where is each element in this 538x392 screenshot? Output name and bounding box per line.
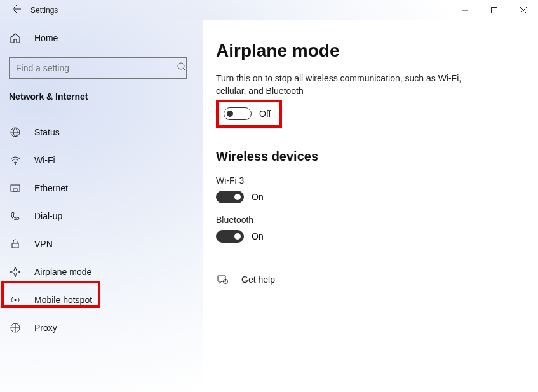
close-button[interactable] bbox=[509, 0, 538, 20]
wifi-toggle-label: On bbox=[252, 192, 264, 202]
sidebar-item-dialup[interactable]: Dial-up bbox=[0, 202, 203, 230]
sidebar-item-label: Status bbox=[34, 127, 60, 137]
titlebar: Settings bbox=[0, 0, 538, 20]
maximize-button[interactable] bbox=[480, 0, 509, 20]
wifi-device-label: Wi-Fi 3 bbox=[216, 175, 519, 186]
window-title: Settings bbox=[30, 6, 58, 15]
sidebar-item-mobile-hotspot[interactable]: Mobile hotspot bbox=[0, 286, 203, 314]
page-title: Airplane mode bbox=[216, 41, 519, 61]
sidebar-item-proxy[interactable]: Proxy bbox=[0, 314, 203, 342]
vpn-icon bbox=[9, 238, 22, 250]
wifi-icon bbox=[9, 154, 22, 166]
content-area: Airplane mode Turn this on to stop all w… bbox=[203, 20, 538, 392]
svg-line-5 bbox=[184, 69, 186, 71]
sidebar-item-label: Dial-up bbox=[34, 211, 62, 221]
back-icon[interactable] bbox=[11, 4, 22, 17]
sidebar-item-ethernet[interactable]: Ethernet bbox=[0, 174, 203, 202]
airplane-mode-toggle-label: Off bbox=[259, 109, 271, 119]
svg-rect-8 bbox=[11, 185, 20, 191]
wireless-devices-heading: Wireless devices bbox=[216, 149, 519, 164]
svg-point-7 bbox=[15, 163, 16, 165]
bluetooth-toggle-label: On bbox=[252, 231, 264, 241]
svg-point-4 bbox=[178, 63, 184, 69]
sidebar-item-label: Wi-Fi bbox=[34, 155, 55, 165]
airplane-mode-toggle[interactable] bbox=[224, 107, 252, 120]
globe-icon bbox=[9, 126, 22, 139]
search-icon bbox=[177, 62, 187, 74]
help-icon: ? bbox=[216, 273, 229, 286]
sidebar-item-label: Airplane mode bbox=[34, 267, 91, 277]
search-input[interactable] bbox=[9, 57, 187, 79]
sidebar-item-vpn[interactable]: VPN bbox=[0, 230, 203, 258]
sidebar: Home Network & Internet Status Wi-Fi bbox=[0, 20, 203, 392]
svg-text:?: ? bbox=[225, 280, 227, 283]
minimize-button[interactable] bbox=[450, 0, 480, 20]
bluetooth-device-label: Bluetooth bbox=[216, 215, 519, 225]
home-icon bbox=[9, 32, 22, 44]
dialup-icon bbox=[9, 210, 22, 222]
bluetooth-toggle[interactable] bbox=[216, 230, 244, 243]
wifi-toggle[interactable] bbox=[216, 191, 244, 203]
svg-rect-1 bbox=[492, 8, 497, 13]
svg-rect-10 bbox=[12, 243, 18, 248]
svg-rect-9 bbox=[13, 189, 17, 191]
get-help-link[interactable]: ? Get help bbox=[216, 273, 519, 286]
sidebar-item-label: VPN bbox=[34, 239, 53, 249]
airplane-toggle-highlight: Off bbox=[216, 100, 282, 128]
airplane-icon bbox=[9, 266, 22, 278]
page-description: Turn this on to stop all wireless commun… bbox=[216, 72, 489, 97]
sidebar-item-airplane-mode[interactable]: Airplane mode bbox=[0, 258, 203, 286]
sidebar-item-label: Mobile hotspot bbox=[34, 295, 92, 305]
ethernet-icon bbox=[9, 182, 22, 194]
sidebar-item-label: Proxy bbox=[34, 323, 57, 333]
sidebar-home-label: Home bbox=[34, 33, 58, 43]
sidebar-item-wifi[interactable]: Wi-Fi bbox=[0, 146, 203, 174]
svg-point-11 bbox=[15, 299, 17, 301]
get-help-label: Get help bbox=[241, 274, 275, 285]
sidebar-item-label: Ethernet bbox=[34, 183, 68, 193]
proxy-icon bbox=[9, 321, 22, 334]
sidebar-item-status[interactable]: Status bbox=[0, 118, 203, 146]
sidebar-home[interactable]: Home bbox=[0, 24, 203, 52]
hotspot-icon bbox=[9, 294, 22, 306]
sidebar-category: Network & Internet bbox=[0, 85, 203, 108]
